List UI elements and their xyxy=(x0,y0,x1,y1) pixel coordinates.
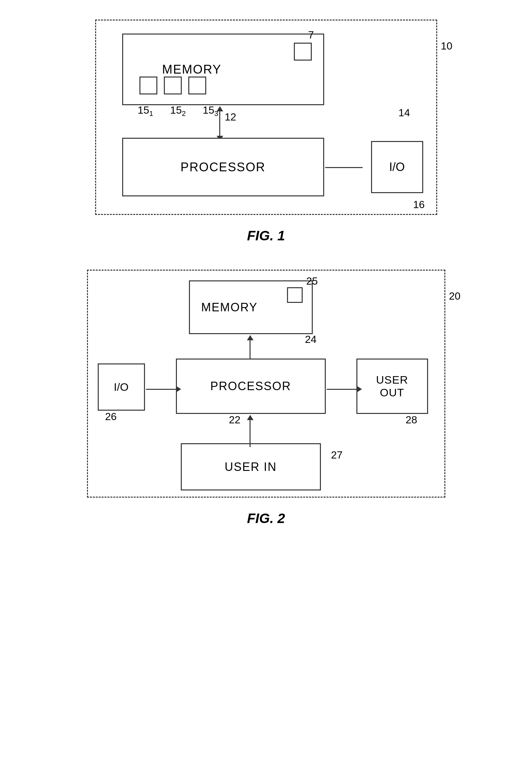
arrow-line-horizontal xyxy=(327,389,357,390)
arrow-head-up-icon xyxy=(247,415,253,420)
fig2-processor-label: PROCESSOR xyxy=(210,379,291,393)
ref-7-label: 7 xyxy=(308,29,314,41)
ref-28-label: 28 xyxy=(405,414,417,426)
ref-16-label: 16 xyxy=(413,199,425,211)
arrow-head-up-icon xyxy=(247,335,253,340)
figure-2-container: 20 MEMORY 25 24 PROCESSOR 22 I/O 26 xyxy=(26,269,506,526)
fig2-userout-box: USER OUT 28 xyxy=(357,359,428,414)
fig2-io-label: I/O xyxy=(114,381,128,393)
fig2-arrow-userin-processor xyxy=(247,415,253,447)
fig1-memory-small-box: 7 xyxy=(294,43,312,61)
fig2-userout-label: USER OUT xyxy=(376,374,408,399)
fig1-processor-label: PROCESSOR xyxy=(180,160,265,174)
fig2-userin-label: USER IN xyxy=(224,460,277,474)
fig2-label: FIG. 2 xyxy=(247,511,285,526)
ref-14-label: 14 xyxy=(398,107,410,119)
fig1-ref15-group: 151 152 153 xyxy=(138,104,219,118)
fig1-memory-box: MEMORY 7 151 152 153 xyxy=(122,33,324,105)
arrow-head-right-icon xyxy=(357,386,362,392)
arrow-head-right-icon xyxy=(176,386,181,392)
ref-25-label: 25 xyxy=(306,275,318,287)
fig1-tiny-box-3 xyxy=(188,77,206,94)
fig1-tiny-box-2 xyxy=(164,77,182,94)
ref-12-label: 12 xyxy=(225,111,236,123)
ref-15-1-label: 151 xyxy=(138,104,153,118)
fig2-userin-box: USER IN 27 xyxy=(181,443,321,490)
fig1-dashed-border: 10 MEMORY 7 151 152 153 14 xyxy=(95,19,437,215)
arrow-line-horizontal xyxy=(146,389,176,390)
fig1-memory-label: MEMORY xyxy=(162,63,222,77)
ref-26-label: 26 xyxy=(105,411,117,423)
ref-20-label: 20 xyxy=(449,290,461,302)
fig2-dashed-border: 20 MEMORY 25 24 PROCESSOR 22 I/O 26 xyxy=(87,269,445,497)
fig1-arrow-memory-processor xyxy=(217,106,223,141)
ref-10-label: 10 xyxy=(441,40,453,52)
fig1-tiny-box-1 xyxy=(139,77,157,94)
fig2-io-box: I/O 26 xyxy=(98,364,145,411)
ref-15-3-label: 153 xyxy=(203,104,218,118)
fig2-arrow-io-processor xyxy=(146,386,181,392)
ref-27-label: 27 xyxy=(331,449,343,461)
arrow-line-vertical xyxy=(219,111,220,136)
fig1-io-connector-line xyxy=(325,167,363,168)
arrow-head-up-icon xyxy=(217,106,223,111)
fig2-processor-box: PROCESSOR 22 xyxy=(176,359,326,414)
fig1-io-label: I/O xyxy=(389,160,405,174)
fig2-memory-small-box: 25 xyxy=(287,287,303,303)
fig2-memory-box: MEMORY 25 24 xyxy=(189,281,313,334)
ref-22-label: 22 xyxy=(229,414,241,426)
fig1-io-box: I/O xyxy=(371,141,423,193)
fig1-label: FIG. 1 xyxy=(247,228,285,244)
fig2-arrow-processor-userout xyxy=(327,386,362,392)
arrow-line-vertical xyxy=(249,420,250,447)
fig1-processor-box: PROCESSOR xyxy=(122,138,324,197)
fig2-memory-label: MEMORY xyxy=(201,301,258,314)
figure-1-container: 10 MEMORY 7 151 152 153 14 xyxy=(26,19,506,244)
fig1-small-boxes-group xyxy=(139,77,206,94)
ref-15-2-label: 152 xyxy=(170,104,186,118)
ref-24-label: 24 xyxy=(305,333,317,345)
